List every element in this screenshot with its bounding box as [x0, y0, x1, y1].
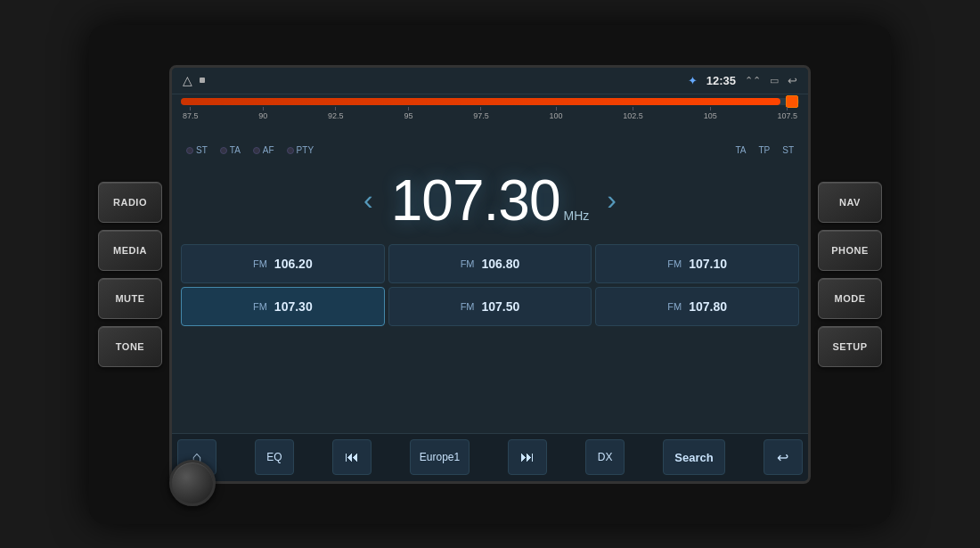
preset-6[interactable]: FM 107.80 — [595, 287, 799, 326]
indicator-right: TA TP ST — [735, 145, 794, 155]
tp-right-label: TP — [758, 145, 770, 155]
back-button[interactable]: ↩ — [764, 439, 803, 475]
next-track-button[interactable]: ⏭ — [508, 439, 547, 475]
status-bar: △ ✦ 12:35 ⌃⌃ ▭ ↩ — [172, 68, 808, 94]
scale-item: 105 — [704, 107, 717, 120]
window-icon: ▭ — [770, 75, 779, 86]
ta-dot — [220, 147, 227, 154]
status-right: ✦ 12:35 ⌃⌃ ▭ ↩ — [688, 74, 797, 87]
station-name-button[interactable]: Europe1 — [410, 439, 470, 475]
search-button[interactable]: Search — [663, 439, 725, 475]
preset-4[interactable]: FM 107.30 — [181, 287, 385, 326]
mute-button[interactable]: MUTE — [98, 278, 162, 319]
main-freq-display: ‹ 107.30 MHz › — [172, 160, 808, 241]
af-indicator: AF — [253, 145, 274, 155]
bottom-toolbar: ⌂ EQ ⏮ Europe1 ⏭ DX Search ↩ — [172, 433, 808, 481]
scale-item: 92.5 — [328, 107, 344, 120]
dx-button[interactable]: DX — [585, 439, 625, 475]
phone-button[interactable]: PHONE — [818, 230, 882, 271]
media-button[interactable]: MEDIA — [98, 230, 162, 271]
freq-slider-fill — [181, 98, 780, 105]
preset-6-freq: 107.80 — [689, 299, 727, 314]
preset-6-band: FM — [667, 301, 682, 312]
st-indicator: ST — [186, 145, 208, 155]
scale-item: 95 — [404, 107, 412, 120]
st-label: ST — [196, 145, 208, 155]
status-left: △ — [183, 73, 205, 87]
preset-3-band: FM — [667, 258, 682, 269]
scale-item: 87.5 — [183, 107, 199, 120]
car-unit: RADIO MEDIA MUTE TONE △ ✦ 12:35 ⌃⌃ ▭ ↩ — [89, 25, 891, 524]
ta-right-label: TA — [735, 145, 746, 155]
freq-bar-container: 87.5 90 92.5 95 97.5 100 102.5 105 107.5 — [172, 94, 808, 141]
indicators-row: ST TA AF PTY TA TP ST — [172, 141, 808, 160]
setup-button[interactable]: SETUP — [818, 326, 882, 367]
freq-unit: MHz — [563, 209, 589, 223]
ta-indicator: TA — [220, 145, 241, 155]
preset-2-freq: 106.80 — [482, 257, 520, 271]
st-right-label: ST — [782, 145, 794, 155]
scale-item: 97.5 — [473, 107, 489, 120]
status-time: 12:35 — [706, 74, 736, 87]
pty-indicator: PTY — [287, 145, 314, 155]
radio-button[interactable]: RADIO — [98, 182, 162, 223]
preset-5-band: FM — [461, 301, 475, 312]
volume-knob[interactable] — [169, 460, 216, 506]
af-dot — [253, 147, 260, 154]
preset-3[interactable]: FM 107.10 — [595, 244, 799, 283]
preset-4-freq: 107.30 — [274, 299, 313, 314]
scale-item: 100 — [550, 107, 563, 120]
scale-item: 107.5 — [777, 107, 797, 120]
presets-grid: FM 106.20 FM 106.80 FM 107.10 FM 107.30 … — [172, 241, 808, 330]
tone-button[interactable]: TONE — [98, 326, 162, 367]
preset-1-band: FM — [253, 258, 267, 269]
eq-button[interactable]: EQ — [255, 439, 294, 475]
preset-5-freq: 107.50 — [482, 299, 520, 314]
mode-button[interactable]: MODE — [818, 278, 882, 319]
scale-item: 102.5 — [623, 107, 643, 120]
expand-icon: ⌃⌃ — [745, 75, 761, 86]
preset-1[interactable]: FM 106.20 — [181, 244, 385, 283]
preset-2-band: FM — [461, 258, 475, 269]
preset-5[interactable]: FM 107.50 — [388, 287, 592, 326]
nav-button[interactable]: NAV — [818, 182, 882, 223]
status-dot — [200, 78, 205, 83]
right-button-panel: NAV PHONE MODE SETUP — [818, 182, 882, 367]
pty-dot — [287, 147, 294, 154]
scale-item: 90 — [258, 107, 267, 120]
preset-1-freq: 106.20 — [274, 257, 313, 271]
af-label: AF — [263, 145, 274, 155]
freq-slider-track[interactable] — [181, 98, 799, 105]
preset-4-band: FM — [253, 301, 267, 312]
prev-track-button[interactable]: ⏮ — [332, 439, 372, 475]
home-icon[interactable]: △ — [183, 73, 192, 87]
left-button-panel: RADIO MEDIA MUTE TONE — [98, 182, 162, 367]
pty-label: PTY — [297, 145, 314, 155]
bluetooth-icon: ✦ — [688, 74, 698, 87]
current-frequency: 107.30 — [391, 168, 560, 233]
ta-label: TA — [230, 145, 241, 155]
main-screen: △ ✦ 12:35 ⌃⌃ ▭ ↩ 87.5 90 92.5 95 97 — [169, 65, 811, 484]
freq-next-arrow[interactable]: › — [589, 184, 634, 217]
back-icon[interactable]: ↩ — [788, 74, 797, 87]
preset-3-freq: 107.10 — [689, 257, 727, 271]
preset-2[interactable]: FM 106.80 — [388, 244, 592, 283]
st-dot — [186, 147, 193, 154]
freq-display: 107.30 MHz — [391, 168, 590, 233]
freq-slider-thumb — [786, 95, 798, 108]
freq-scale: 87.5 90 92.5 95 97.5 100 102.5 105 107.5 — [181, 107, 799, 120]
freq-prev-arrow[interactable]: ‹ — [346, 184, 391, 217]
